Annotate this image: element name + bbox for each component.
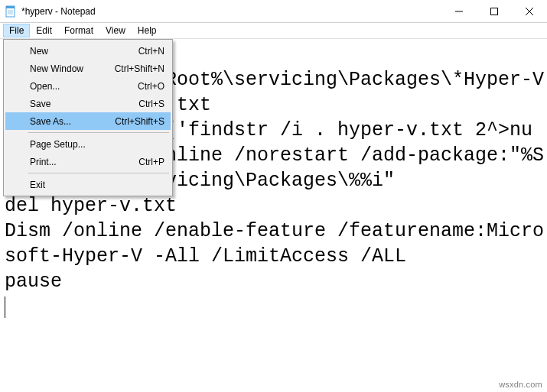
menu-edit[interactable]: Edit [30, 24, 58, 37]
notepad-icon [5, 5, 17, 18]
menu-view[interactable]: View [99, 24, 132, 37]
menu-item-exit[interactable]: Exit [5, 176, 171, 193]
watermark: wsxdn.com [499, 380, 542, 389]
menu-item-shortcut: Ctrl+O [138, 81, 164, 92]
file-menu-dropdown: New Ctrl+N New Window Ctrl+Shift+N Open.… [3, 39, 173, 196]
menu-item-print[interactable]: Print... Ctrl+P [5, 153, 171, 170]
menu-item-shortcut: Ctrl+S [138, 99, 164, 109]
menu-item-save[interactable]: Save Ctrl+S [5, 95, 171, 112]
menu-item-label: Exit [30, 180, 45, 190]
menu-item-label: Save [30, 99, 50, 109]
menu-item-shortcut: Ctrl+N [138, 46, 164, 57]
menu-help[interactable]: Help [132, 24, 163, 37]
window-controls [441, 0, 547, 23]
menu-item-save-as[interactable]: Save As... Ctrl+Shift+S [5, 112, 171, 130]
menu-item-label: New Window [30, 63, 83, 74]
menu-bar: File Edit Format View Help [0, 23, 547, 39]
menu-separator [28, 132, 169, 133]
menu-file[interactable]: File [3, 24, 30, 37]
menu-item-label: Save As... [30, 116, 71, 127]
title-bar: *hyperv - Notepad [0, 0, 547, 23]
text-caret [5, 296, 5, 318]
minimize-button[interactable] [441, 0, 477, 23]
menu-item-label: Open... [30, 81, 60, 92]
menu-item-label: Page Setup... [30, 139, 86, 150]
menu-item-shortcut: Ctrl+Shift+S [115, 116, 164, 127]
menu-separator [28, 173, 169, 173]
menu-item-open[interactable]: Open... Ctrl+O [5, 77, 171, 95]
svg-rect-1 [6, 6, 15, 8]
maximize-button[interactable] [477, 0, 512, 23]
menu-item-label: New [30, 46, 48, 57]
close-button[interactable] [512, 0, 547, 23]
menu-item-shortcut: Ctrl+P [138, 157, 164, 167]
menu-item-new[interactable]: New Ctrl+N [5, 42, 171, 60]
menu-item-page-setup[interactable]: Page Setup... [5, 135, 171, 153]
menu-item-label: Print... [30, 157, 57, 167]
menu-item-shortcut: Ctrl+Shift+N [115, 63, 164, 74]
menu-item-new-window[interactable]: New Window Ctrl+Shift+N [5, 60, 171, 77]
window-title: *hyperv - Notepad [21, 6, 96, 17]
menu-format[interactable]: Format [58, 24, 99, 37]
svg-rect-6 [491, 8, 498, 15]
